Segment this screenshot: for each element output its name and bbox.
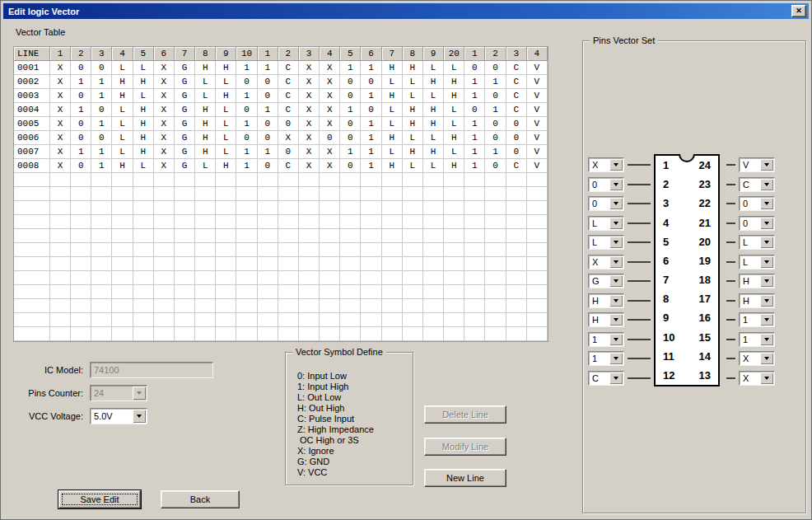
combo-value: 0 [740, 218, 759, 228]
combo-value: H [740, 296, 759, 306]
table-row[interactable]: 0002X11HHXGLL00CXX00LLHH11CV [14, 75, 548, 89]
chevron-down-icon[interactable] [609, 179, 623, 190]
pin-14-combo[interactable]: X [739, 351, 775, 366]
pin-4-combo[interactable]: L [588, 216, 624, 231]
chevron-down-icon[interactable] [760, 198, 773, 209]
vector-cell: V [527, 117, 548, 131]
pin-19-combo[interactable]: L [739, 255, 775, 269]
arrow-glyph [764, 202, 769, 205]
vector-cell: X [320, 103, 340, 117]
chevron-down-icon[interactable] [760, 275, 773, 287]
chevron-down-icon[interactable] [609, 334, 623, 345]
vector-cell: C [278, 103, 299, 117]
pin-2-combo[interactable]: 0 [588, 177, 624, 192]
chevron-down-icon[interactable] [609, 159, 623, 171]
chevron-down-icon[interactable] [760, 218, 773, 229]
pin-7-combo[interactable]: G [588, 274, 624, 288]
combo-value: 1 [740, 315, 759, 325]
chevron-down-icon[interactable] [760, 314, 773, 326]
table-row[interactable]: 0004X10LHXGHL01CXX10LHHL01CV [14, 103, 548, 117]
vector-cell: X [50, 131, 71, 145]
pin-row: 0 [723, 196, 775, 211]
vector-cell: 0 [361, 103, 381, 117]
chevron-down-icon[interactable] [609, 372, 623, 384]
chevron-down-icon[interactable] [609, 353, 623, 364]
vector-cell: 1 [91, 89, 112, 103]
vector-cell: X [50, 75, 71, 89]
vector-cell: X [320, 117, 340, 131]
vector-cell: C [506, 103, 527, 117]
chevron-down-icon[interactable] [133, 410, 146, 423]
pin-18-combo[interactable]: H [739, 274, 775, 288]
pin-20-combo[interactable]: L [739, 235, 775, 250]
new-line-button[interactable]: New Line [424, 469, 506, 487]
table-header-col: 9 [423, 47, 444, 61]
pin-16-combo[interactable]: 1 [739, 312, 775, 327]
table-row[interactable]: 0003X01HLXGLH10CXX01HLLH10CV [14, 89, 548, 103]
pin-11-combo[interactable]: 1 [588, 351, 624, 366]
vector-cell: 1 [485, 103, 506, 117]
chip-pin-number: 19 [687, 251, 711, 270]
vector-cell: 1 [258, 61, 278, 75]
pin-6-combo[interactable]: X [588, 255, 624, 269]
chevron-down-icon[interactable] [760, 179, 773, 190]
vector-cell: G [175, 117, 195, 131]
chevron-down-icon[interactable] [760, 295, 773, 307]
pin-10-combo[interactable]: 1 [588, 332, 624, 347]
pin-21-combo[interactable]: 0 [739, 216, 775, 231]
vector-cell: L [133, 89, 154, 103]
pin-5-combo[interactable]: L [588, 235, 624, 250]
vector-cell: 1 [485, 145, 506, 159]
chevron-down-icon[interactable] [760, 372, 773, 384]
chevron-down-icon[interactable] [609, 314, 623, 326]
vcc-voltage-combo[interactable]: 5.0V [90, 408, 147, 424]
vector-cell: L [403, 131, 423, 145]
vector-cell: L [216, 103, 236, 117]
vector-cell: G [175, 89, 195, 103]
pin-1-combo[interactable]: X [588, 157, 624, 172]
chevron-down-icon[interactable] [609, 237, 623, 248]
vector-cell: L [133, 159, 154, 173]
pin-9-combo[interactable]: H [588, 312, 624, 327]
back-button[interactable]: Back [161, 490, 240, 508]
chevron-down-icon[interactable] [609, 256, 623, 268]
vector-cell: X [50, 159, 71, 173]
table-row[interactable]: 0005X01LHXGHL100XX01LHHL100V [14, 117, 548, 131]
vector-cell: H [133, 117, 154, 131]
pin-24-combo[interactable]: V [739, 157, 775, 172]
chevron-down-icon[interactable] [609, 198, 623, 209]
pin-12-combo[interactable]: C [588, 371, 624, 386]
chevron-down-icon[interactable] [609, 275, 623, 287]
save-edit-button[interactable]: Save Edit [58, 490, 141, 508]
chevron-down-icon[interactable] [609, 295, 623, 307]
pin-22-combo[interactable]: 0 [739, 196, 775, 211]
table-row[interactable]: 0008X01HLXGLH10CXX01HLLH10CV [14, 159, 548, 173]
chevron-down-icon[interactable] [760, 353, 773, 364]
pin-13-combo[interactable]: X [739, 371, 775, 386]
pin-row: L [723, 235, 775, 250]
chip-pin-number: 14 [687, 347, 711, 366]
vector-cell: 0 [278, 117, 299, 131]
pin-row: G [588, 274, 654, 288]
pin-row: 0 [588, 196, 654, 211]
vector-cell: H [444, 75, 464, 89]
table-row[interactable]: 0006X00LHXGHL00XX001HLLH100V [14, 131, 548, 145]
chevron-down-icon[interactable] [609, 218, 623, 229]
chevron-down-icon[interactable] [760, 159, 773, 171]
vector-cell: 1 [361, 159, 381, 173]
table-row[interactable]: 0001X00LLXGHH11CXX11HHLL00CV [14, 61, 548, 75]
vector-cell: L [423, 159, 444, 173]
chevron-down-icon[interactable] [760, 334, 773, 345]
vector-cell: X [50, 117, 71, 131]
pin-23-combo[interactable]: C [739, 177, 775, 192]
table-row[interactable]: 0007X11LHXGHL110XX11LHHL110V [14, 145, 548, 159]
pin-15-combo[interactable]: 1 [739, 332, 775, 347]
pin-3-combo[interactable]: 0 [588, 196, 624, 211]
pin-8-combo[interactable]: H [588, 293, 624, 308]
pin-17-combo[interactable]: H [739, 293, 775, 308]
chevron-down-icon[interactable] [760, 256, 773, 268]
close-button[interactable]: ✕ [791, 5, 806, 17]
table-empty-row [14, 243, 548, 257]
chevron-down-icon[interactable] [760, 237, 773, 248]
combo-value: X [740, 373, 759, 383]
